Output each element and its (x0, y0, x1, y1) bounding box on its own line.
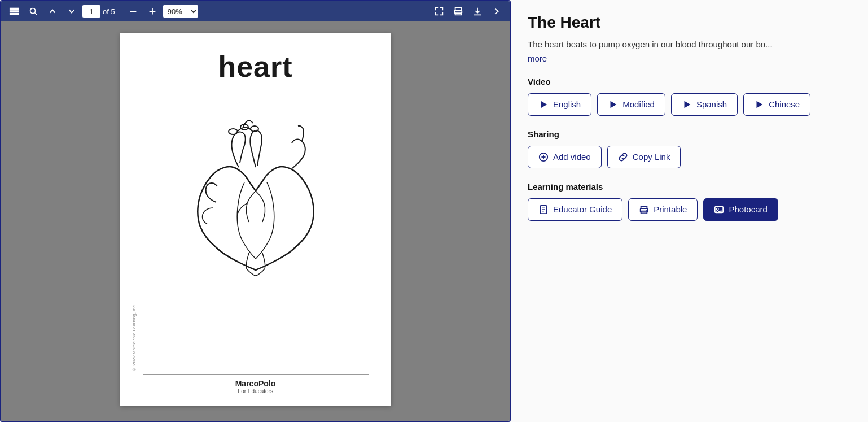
fullscreen-button[interactable] (431, 4, 448, 19)
svg-rect-1 (10, 11, 18, 12)
video-english-label: English (553, 99, 581, 109)
print-button[interactable] (450, 4, 467, 19)
zoom-select[interactable]: 90% 75% 100% 125% (163, 5, 198, 18)
zoom-out-button[interactable] (125, 4, 142, 19)
copy-link-button[interactable]: Copy Link (607, 146, 681, 168)
svg-marker-14 (541, 101, 547, 108)
pdf-footer-sub: For Educators (143, 388, 369, 394)
add-video-icon (538, 152, 549, 162)
svg-rect-0 (10, 8, 18, 10)
page-number-input[interactable]: 1 (82, 5, 100, 18)
pdf-content-area: heart (1, 21, 510, 421)
pdf-watermark: © 2022 MarcoPolo Learning, Inc. (131, 304, 137, 372)
video-modified-button[interactable]: Modified (597, 93, 665, 116)
content-description: The heart beats to pump oxygen in our bl… (528, 38, 851, 51)
video-modified-label: Modified (622, 99, 655, 109)
printable-label: Printable (654, 205, 687, 214)
video-chinese-label: Chinese (769, 99, 800, 109)
play-icon-english (538, 99, 549, 110)
pdf-footer-brand: MarcoPolo (143, 379, 369, 388)
video-english-button[interactable]: English (528, 93, 591, 116)
add-video-label: Add video (553, 152, 591, 162)
video-spanish-label: Spanish (696, 99, 727, 109)
video-section-label: Video (528, 77, 851, 86)
printable-icon (639, 205, 649, 215)
pdf-footer-divider (143, 374, 369, 375)
video-chinese-button[interactable]: Chinese (743, 93, 810, 116)
page-total-label: of 5 (103, 7, 115, 16)
more-button[interactable] (488, 4, 505, 19)
video-spanish-button[interactable]: Spanish (671, 93, 738, 116)
svg-point-11 (229, 129, 238, 134)
svg-marker-15 (611, 101, 617, 108)
sidebar-toggle-button[interactable] (6, 4, 23, 19)
play-icon-chinese (754, 99, 764, 110)
copy-link-icon (618, 152, 628, 162)
play-icon-modified (608, 99, 618, 110)
download-button[interactable] (469, 4, 486, 19)
add-video-button[interactable]: Add video (528, 146, 602, 168)
photocard-label: Photocard (729, 205, 767, 214)
svg-line-4 (35, 13, 37, 15)
prev-page-button[interactable] (44, 4, 61, 19)
pdf-footer: MarcoPolo For Educators (143, 368, 369, 394)
printable-button[interactable]: Printable (628, 198, 698, 221)
svg-point-3 (30, 8, 36, 14)
pdf-page: heart (120, 33, 391, 406)
play-icon-spanish (682, 99, 692, 110)
learning-button-group: Educator Guide Printable Ph (528, 198, 851, 221)
more-link[interactable]: more (528, 54, 547, 63)
zoom-in-button[interactable] (144, 4, 161, 19)
heart-illustration (182, 95, 329, 298)
next-page-button[interactable] (63, 4, 80, 19)
svg-marker-17 (757, 101, 763, 108)
photocard-icon (714, 205, 724, 215)
svg-point-27 (646, 210, 647, 211)
toolbar-separator-1 (120, 6, 120, 17)
educator-guide-label: Educator Guide (553, 205, 612, 214)
sharing-button-group: Add video Copy Link (528, 146, 851, 168)
pdf-page-title: heart (218, 50, 292, 84)
educator-guide-button[interactable]: Educator Guide (528, 198, 622, 221)
educator-guide-icon (538, 205, 549, 215)
copy-link-label: Copy Link (633, 152, 670, 162)
search-button[interactable] (25, 4, 42, 19)
right-panel: The Heart The heart beats to pump oxygen… (511, 0, 868, 422)
pdf-viewer-panel: 1 of 5 90% 75% 100% 125% hear (0, 0, 511, 422)
photocard-button[interactable]: Photocard (703, 198, 778, 221)
video-button-group: English Modified Spanish Chinese (528, 93, 851, 116)
pdf-toolbar: 1 of 5 90% 75% 100% 125% (1, 1, 510, 21)
content-title: The Heart (528, 14, 851, 32)
sharing-section-label: Sharing (528, 129, 851, 139)
svg-rect-2 (10, 14, 18, 15)
svg-marker-16 (684, 101, 690, 108)
learning-section-label: Learning materials (528, 182, 851, 192)
